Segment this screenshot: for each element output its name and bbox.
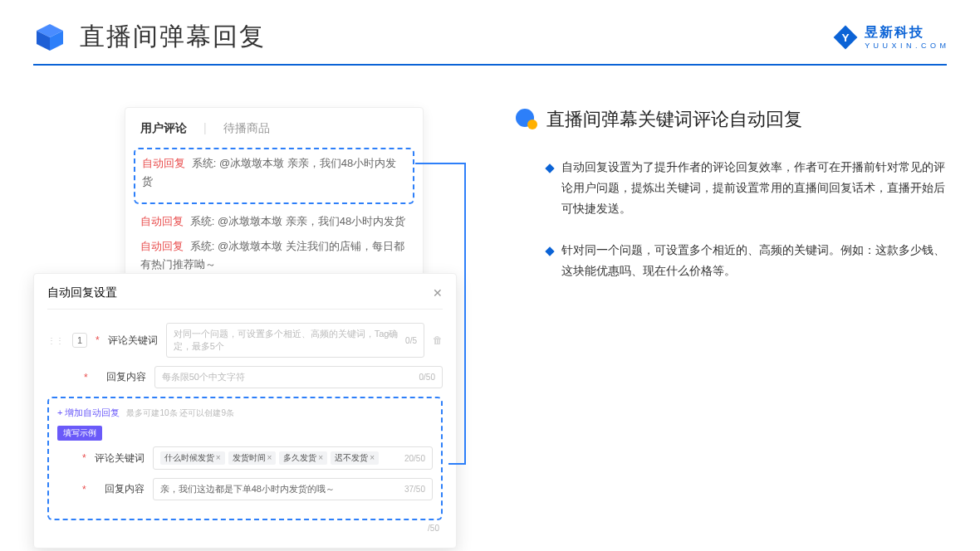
example-keyword-input[interactable]: 什么时候发货× 发货时间× 多久发货× 迟不发货× 20/50 <box>153 446 433 470</box>
reply-label: 回复内容 <box>96 370 146 384</box>
brand-name: 昱新科技 <box>865 24 947 41</box>
content-area: 用户评论 | 待播商品 自动回复 系统: @冰墩墩本墩 亲亲，我们48小时内发货… <box>0 66 980 318</box>
comment-text: @冰墩墩本墩 亲亲，我们48小时内发货 <box>218 215 405 227</box>
example-reply-value: 亲，我们这边都是下单48小时内发货的哦～ <box>160 483 335 495</box>
settings-header: 自动回复设置 ✕ <box>47 285 443 310</box>
list-item: 自动回复设置为了提升作者的评论回复效率，作者可在开播前针对常见的评论用户问题，提… <box>515 157 947 220</box>
brand-url: Y U U X I N . C O M <box>865 41 947 50</box>
keyword-placeholder: 对同一个问题，可设置多个相近、高频的关键词，Tag确定，最多5个 <box>174 328 405 353</box>
auto-reply-tag: 自动回复 <box>140 240 184 252</box>
example-tag-item[interactable]: 迟不发货× <box>331 451 379 465</box>
comment-tabs: 用户评论 | 待播商品 <box>140 121 408 136</box>
add-auto-reply-link[interactable]: + 增加自动回复 <box>57 407 120 419</box>
required-star: * <box>82 452 86 464</box>
chat-bubble-icon <box>515 108 538 131</box>
system-label: 系统: <box>192 157 217 169</box>
tab-user-comments[interactable]: 用户评论 <box>140 121 187 136</box>
bullet-text: 自动回复设置为了提升作者的评论回复效率，作者可在开播前针对常见的评论用户问题，提… <box>561 157 947 220</box>
required-star: * <box>82 484 86 495</box>
system-label: 系统: <box>190 240 215 252</box>
auto-reply-tag: 自动回复 <box>142 157 185 169</box>
reply-input[interactable]: 每条限50个中文字符 0/50 <box>154 366 443 388</box>
example-reply-row: * 回复内容 亲，我们这边都是下单48小时内发货的哦～ 37/50 <box>57 478 433 500</box>
comment-row: 自动回复 系统: @冰墩墩本墩 关注我们的店铺，每日都有热门推荐呦～ <box>140 237 408 274</box>
brand-logo: Y 昱新科技 Y U U X I N . C O M <box>831 23 947 51</box>
tab-divider: | <box>203 121 207 136</box>
example-reply-input[interactable]: 亲，我们这边都是下单48小时内发货的哦～ 37/50 <box>153 478 433 500</box>
reply-row: * 回复内容 每条限50个中文字符 0/50 <box>47 366 443 388</box>
section-heading: 直播间弹幕关键词评论自动回复 <box>515 107 947 132</box>
reply-placeholder: 每条限50个中文字符 <box>162 371 245 383</box>
diamond-bullet-icon <box>545 246 554 256</box>
svg-text:Y: Y <box>842 32 850 44</box>
example-tag-item[interactable]: 多久发货× <box>279 451 327 465</box>
section-heading-text: 直播间弹幕关键词评论自动回复 <box>546 107 802 132</box>
keyword-row: ⋮⋮ 1 * 评论关键词 对同一个问题，可设置多个相近、高频的关键词，Tag确定… <box>47 323 443 358</box>
example-reply-label: 回复内容 <box>95 482 145 496</box>
trailing-counter: /50 <box>47 524 443 533</box>
connector-line <box>415 157 473 472</box>
example-keyword-label: 评论关键词 <box>95 451 145 466</box>
required-star: * <box>96 334 100 346</box>
right-column: 直播间弹幕关键词评论自动回复 自动回复设置为了提升作者的评论回复效率，作者可在开… <box>515 107 947 301</box>
header-left: 直播间弹幕回复 <box>33 20 266 54</box>
system-label: 系统: <box>190 215 215 227</box>
example-reply-counter: 37/50 <box>404 485 425 494</box>
example-tag-list: 什么时候发货× 发货时间× 多久发货× 迟不发货× <box>160 451 379 465</box>
example-badge: 填写示例 <box>57 426 102 441</box>
comment-row: 自动回复 系统: @冰墩墩本墩 亲亲，我们48小时内发货 <box>142 154 406 191</box>
drag-handle-icon[interactable]: ⋮⋮ <box>47 336 64 345</box>
brand-mark-icon: Y <box>831 23 860 51</box>
keyword-input[interactable]: 对同一个问题，可设置多个相近、高频的关键词，Tag确定，最多5个 0/5 <box>166 323 424 358</box>
diamond-bullet-icon <box>545 163 554 173</box>
auto-reply-settings-panel: 自动回复设置 ✕ ⋮⋮ 1 * 评论关键词 对同一个问题，可设置多个相近、高频的… <box>33 273 457 549</box>
keyword-label: 评论关键词 <box>108 334 158 348</box>
page-header: 直播间弹幕回复 Y 昱新科技 Y U U X I N . C O M <box>0 0 980 64</box>
svg-point-6 <box>527 119 537 129</box>
list-item: 针对同一个问题，可设置多个相近的、高频的关键词。例如：这款多少钱、这块能优惠吗、… <box>515 240 947 281</box>
comment-row: 自动回复 系统: @冰墩墩本墩 亲亲，我们48小时内发货 <box>140 212 408 231</box>
example-keyword-row: * 评论关键词 什么时候发货× 发货时间× 多久发货× 迟不发货× 20/50 <box>57 446 433 470</box>
required-star: * <box>84 372 88 383</box>
example-highlight-box: + 增加自动回复 最多可建10条 还可以创建9条 填写示例 * 评论关键词 什么… <box>47 397 443 520</box>
bullet-text: 针对同一个问题，可设置多个相近的、高频的关键词。例如：这款多少钱、这块能优惠吗、… <box>561 240 947 281</box>
example-tag-item[interactable]: 发货时间× <box>228 451 277 465</box>
auto-reply-tag: 自动回复 <box>140 215 184 227</box>
left-column: 用户评论 | 待播商品 自动回复 系统: @冰墩墩本墩 亲亲，我们48小时内发货… <box>33 107 465 301</box>
row-index-badge: 1 <box>72 333 87 348</box>
highlighted-comment: 自动回复 系统: @冰墩墩本墩 亲亲，我们48小时内发货 <box>134 148 414 204</box>
add-hint: 最多可建10条 还可以创建9条 <box>126 407 233 419</box>
example-tag-item[interactable]: 什么时候发货× <box>160 451 225 465</box>
cube-icon <box>33 21 66 54</box>
tab-pending-products[interactable]: 待播商品 <box>223 121 270 136</box>
page-title: 直播间弹幕回复 <box>80 20 266 54</box>
settings-title: 自动回复设置 <box>47 285 117 300</box>
bullet-list: 自动回复设置为了提升作者的评论回复效率，作者可在开播前针对常见的评论用户问题，提… <box>515 157 947 281</box>
